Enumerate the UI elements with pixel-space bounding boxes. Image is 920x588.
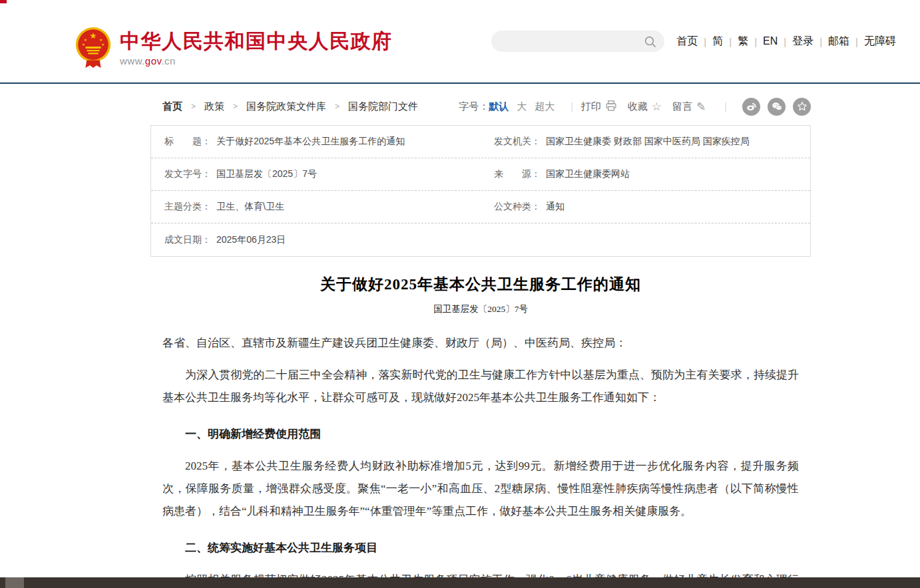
toolbar-divider: |	[571, 101, 573, 112]
meta-agency-label: 发文机关：	[494, 136, 541, 148]
national-emblem-icon: ★ ★ ★ ★ ★	[75, 27, 112, 69]
breadcrumb-policy-library[interactable]: 国务院政策文件库	[246, 100, 326, 113]
pencil-icon: ✎	[696, 101, 706, 112]
nav-divider: |	[855, 36, 858, 47]
site-logo-link[interactable]: ★ ★ ★ ★ ★ 中华人民共和国中央人民政府 www.gov.cn	[75, 27, 393, 69]
meta-category-value: 卫生、体育\卫生	[216, 201, 284, 213]
meta-category-label: 主题分类：	[164, 201, 211, 213]
section-heading-2: 二、统筹实施好基本公共卫生服务项目	[162, 537, 799, 559]
meta-doc-number-cell: 发文字号： 国卫基层发〔2025〕7号	[151, 168, 481, 180]
meta-date-cell: 成文日期： 2025年06月23日	[151, 234, 481, 246]
site-header: ★ ★ ★ ★ ★ 中华人民共和国中央人民政府 www.gov.cn	[0, 0, 920, 84]
meta-doc-number-label: 发文字号：	[164, 168, 211, 180]
nav-item-simplified[interactable]: 简	[712, 35, 723, 49]
meta-row: 主题分类： 卫生、体育\卫生 公文种类： 通知	[151, 191, 810, 223]
print-label: 打印	[581, 100, 601, 113]
font-size-default-button[interactable]: 默认	[489, 100, 509, 113]
svg-text:★: ★	[82, 43, 85, 47]
font-size-label: 字号：	[459, 100, 489, 113]
site-url-www: www.	[120, 55, 145, 67]
nav-item-accessibility[interactable]: 无障碍	[864, 35, 896, 49]
more-share-star-icon[interactable]	[793, 98, 811, 116]
font-size-xlarge-button[interactable]: 超大	[535, 100, 555, 113]
document-meta-table: 标 题： 关于做好2025年基本公共卫生服务工作的通知 发文机关： 国家卫生健康…	[150, 125, 811, 257]
breadcrumb-home[interactable]: 首页	[162, 100, 182, 113]
breadcrumb-separator: >	[191, 102, 196, 111]
wechat-share-icon[interactable]	[768, 98, 786, 116]
body-paragraph-intro: 为深入贯彻党的二十届三中全会精神，落实新时代党的卫生与健康工作方针中以基层为重点…	[162, 364, 799, 409]
search-icon[interactable]	[644, 35, 656, 48]
meta-title-label: 标 题：	[164, 136, 211, 148]
body-paragraph-section1: 2025年，基本公共卫生服务经费人均财政补助标准增加5元，达到99元。新增经费用…	[162, 455, 799, 523]
meta-agency-value: 国家卫生健康委 财政部 国家中医药局 国家疾控局	[546, 136, 750, 148]
document-body: 关于做好2025年基本公共卫生服务工作的通知 国卫基层发〔2025〕7号 各省、…	[162, 274, 799, 588]
site-url: www.gov.cn	[120, 55, 393, 67]
page-tools: 字号： 默认 大 超大 | 打印 收藏 ☆ 留言 ✎ |	[459, 98, 811, 116]
nav-divider: |	[729, 36, 732, 47]
favorite-button[interactable]: 收藏 ☆	[628, 100, 662, 113]
meta-source-cell: 来 源： 国家卫生健康委网站	[481, 168, 810, 180]
comment-label: 留言	[672, 100, 692, 113]
breadcrumb-department-documents[interactable]: 国务院部门文件	[348, 100, 418, 113]
document-number: 国卫基层发〔2025〕7号	[162, 303, 799, 315]
corner-decoration	[0, 0, 7, 3]
footer-chip	[5, 577, 24, 588]
nav-item-traditional[interactable]: 繁	[738, 35, 748, 49]
nav-divider: |	[754, 36, 757, 47]
meta-date-value: 2025年06月23日	[216, 234, 286, 246]
search-box[interactable]	[491, 31, 664, 52]
meta-doc-type-label: 公文种类：	[494, 201, 541, 213]
nav-item-mail[interactable]: 邮箱	[828, 35, 849, 49]
meta-source-label: 来 源：	[494, 168, 541, 180]
meta-doc-number-value: 国卫基层发〔2025〕7号	[216, 168, 317, 180]
meta-doc-type-value: 通知	[546, 201, 565, 213]
nav-item-login[interactable]: 登录	[792, 35, 813, 49]
svg-text:★: ★	[84, 38, 87, 42]
toolbar-divider: |	[724, 101, 727, 112]
svg-text:★: ★	[99, 38, 103, 42]
site-url-gov: gov	[145, 55, 162, 67]
site-url-cn: .cn	[161, 55, 176, 67]
meta-title-value: 关于做好2025年基本公共卫生服务工作的通知	[216, 136, 405, 148]
section-heading-1: 一、明确新增经费使用范围	[162, 423, 799, 446]
breadcrumb-separator: >	[335, 102, 340, 111]
print-button[interactable]: 打印	[581, 100, 617, 114]
breadcrumb: 首页 > 政策 > 国务院政策文件库 > 国务院部门文件	[162, 100, 418, 113]
nav-divider: |	[704, 36, 706, 47]
footer-bar	[0, 577, 920, 588]
meta-doc-type-cell: 公文种类： 通知	[481, 201, 810, 213]
salutation-paragraph: 各省、自治区、直辖市及新疆生产建设兵团卫生健康委、财政厅（局）、中医药局、疾控局…	[162, 332, 799, 355]
site-title: 中华人民共和国中央人民政府	[120, 30, 393, 52]
nav-divider: |	[819, 36, 822, 47]
weibo-share-icon[interactable]	[742, 98, 760, 116]
favorite-label: 收藏	[628, 100, 648, 113]
printer-icon	[605, 100, 617, 114]
svg-text:★: ★	[101, 43, 105, 47]
nav-divider: |	[784, 36, 786, 47]
meta-row: 标 题： 关于做好2025年基本公共卫生服务工作的通知 发文机关： 国家卫生健康…	[151, 126, 810, 158]
svg-text:★: ★	[89, 31, 97, 41]
nav-item-home[interactable]: 首页	[676, 35, 698, 49]
meta-category-cell: 主题分类： 卫生、体育\卫生	[151, 201, 481, 213]
nav-item-english[interactable]: EN	[763, 35, 778, 47]
meta-source-value: 国家卫生健康委网站	[546, 168, 630, 180]
meta-row: 发文字号： 国卫基层发〔2025〕7号 来 源： 国家卫生健康委网站	[151, 158, 810, 191]
search-input[interactable]	[499, 31, 644, 52]
comment-button[interactable]: 留言 ✎	[672, 100, 706, 113]
star-icon: ☆	[652, 101, 662, 112]
meta-agency-cell: 发文机关： 国家卫生健康委 财政部 国家中医药局 国家疾控局	[481, 136, 810, 148]
document-title: 关于做好2025年基本公共卫生服务工作的通知	[162, 274, 799, 295]
top-nav: 首页| 简| 繁| EN| 登录| 邮箱| 无障碍	[676, 35, 896, 49]
meta-title-cell: 标 题： 关于做好2025年基本公共卫生服务工作的通知	[151, 136, 481, 148]
meta-row: 成文日期： 2025年06月23日	[151, 223, 810, 256]
breadcrumb-policy[interactable]: 政策	[204, 100, 224, 113]
font-size-large-button[interactable]: 大	[517, 100, 527, 113]
breadcrumb-separator: >	[233, 102, 238, 111]
meta-date-label: 成文日期：	[164, 234, 211, 246]
